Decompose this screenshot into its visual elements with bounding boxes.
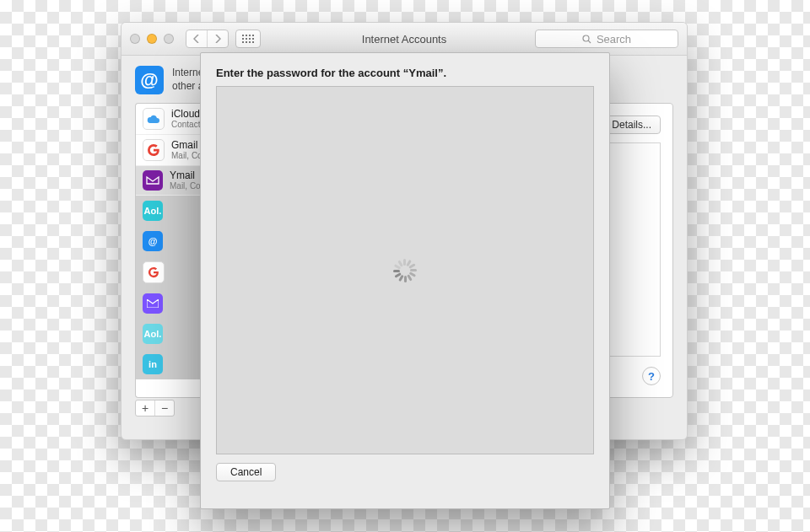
at-icon: @ (143, 231, 163, 251)
svg-rect-5 (246, 38, 247, 40)
zoom-window-button[interactable] (164, 34, 174, 44)
provider-message[interactable] (136, 288, 206, 319)
svg-rect-0 (242, 35, 244, 36)
google-icon (143, 139, 165, 161)
add-remove-bar: + − (135, 400, 175, 416)
mail-icon (143, 293, 163, 314)
minimize-window-button[interactable] (147, 34, 157, 44)
cancel-button[interactable]: Cancel (216, 463, 276, 481)
svg-rect-10 (249, 41, 251, 43)
password-sheet: Enter the password for the account “Ymai… (200, 52, 610, 509)
accounts-sidebar: iCloud Contacts Gmail Mail, Contacts (135, 103, 206, 398)
titlebar: Internet Accounts Search (122, 23, 687, 56)
show-all-prefs-button[interactable] (235, 30, 261, 48)
google-provider-icon (143, 261, 165, 283)
svg-rect-11 (252, 41, 254, 43)
aol-icon: Aol. (143, 324, 163, 344)
svg-line-13 (588, 40, 591, 43)
svg-rect-6 (249, 38, 251, 40)
aol-icon: Aol. (143, 201, 163, 221)
account-row-icloud[interactable]: iCloud Contacts (136, 104, 206, 135)
svg-rect-4 (242, 38, 244, 40)
provider-google[interactable] (136, 256, 206, 288)
linkedin-icon: in (143, 354, 163, 374)
provider-at[interactable]: @ (136, 226, 206, 256)
icloud-icon (143, 108, 165, 130)
add-account-button[interactable]: + (136, 400, 154, 416)
svg-rect-7 (252, 38, 254, 40)
search-placeholder: Search (597, 33, 631, 46)
search-field[interactable]: Search (535, 30, 678, 48)
nav-back-forward (186, 30, 229, 48)
svg-rect-1 (246, 35, 247, 36)
account-row-gmail[interactable]: Gmail Mail, Contacts (136, 135, 206, 166)
sheet-footer: Cancel (201, 454, 609, 490)
svg-rect-8 (242, 41, 244, 43)
provider-aol[interactable]: Aol. (136, 196, 206, 226)
close-window-button[interactable] (130, 34, 140, 44)
loading-spinner-icon (393, 259, 417, 282)
account-row-ymail[interactable]: Ymail Mail, Contacts (136, 166, 206, 196)
svg-rect-9 (246, 41, 247, 43)
yahoo-icon (143, 170, 163, 191)
window-controls (130, 34, 174, 44)
svg-rect-3 (252, 35, 254, 36)
nav-back-button[interactable] (186, 30, 207, 47)
svg-rect-2 (249, 35, 251, 36)
provider-linkedin[interactable]: in (136, 349, 206, 379)
nav-forward-button[interactable] (207, 30, 228, 47)
remove-account-button[interactable]: − (154, 400, 174, 416)
provider-aol2[interactable]: Aol. (136, 319, 206, 349)
sheet-loading-area (216, 86, 594, 454)
sheet-title: Enter the password for the account “Ymai… (201, 53, 609, 86)
internet-accounts-icon: @ (135, 66, 164, 94)
svg-point-12 (583, 35, 589, 41)
provider-list: Aol. @ Aol. in (136, 196, 206, 379)
details-button[interactable]: Details... (602, 116, 661, 134)
help-button[interactable]: ? (642, 367, 661, 385)
search-icon (582, 35, 591, 44)
